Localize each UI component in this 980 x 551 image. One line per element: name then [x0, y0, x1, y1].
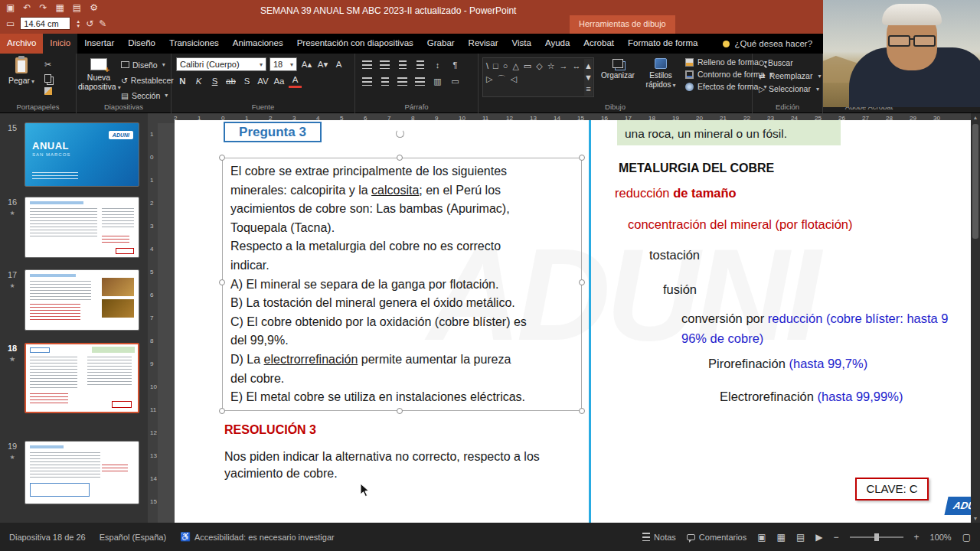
resize-handle[interactable] [579, 408, 585, 414]
shape-glyph-icon[interactable]: ▭ [524, 60, 531, 71]
slide-counter[interactable]: Diapositiva 18 de 26 [9, 533, 86, 542]
resize-handle[interactable] [219, 408, 225, 414]
zoom-slider-thumb[interactable] [874, 533, 879, 541]
ribbon-tab-inicio[interactable]: Inicio [43, 34, 77, 54]
ribbon-tab-grabar[interactable]: Grabar [420, 34, 462, 54]
ribbon-tab-ayuda[interactable]: Ayuda [538, 34, 577, 54]
fit-to-window-icon[interactable]: ▢ [962, 532, 971, 543]
shape-glyph-icon[interactable]: ◇ [536, 60, 542, 71]
strikethrough-button[interactable]: ab [224, 75, 237, 88]
font-name-select[interactable]: Calibri (Cuerpo)▾ [176, 57, 266, 71]
justify-icon[interactable] [413, 75, 427, 88]
accessibility-status[interactable]: ♿Accesibilidad: es necesario investigar [180, 532, 335, 542]
notes-button[interactable]: Notas [642, 533, 676, 542]
shape-glyph-icon[interactable]: □ [493, 60, 498, 71]
comments-button[interactable]: Comentarios [687, 533, 746, 542]
shape-icon[interactable]: ▭ [6, 18, 15, 29]
shape-glyph-icon[interactable]: \ [486, 60, 488, 71]
ribbon-tab-vista[interactable]: Vista [505, 34, 538, 54]
section-button[interactable]: ▤Sección▾ [121, 89, 174, 102]
zoom-in-icon[interactable]: + [914, 532, 920, 543]
layout-button[interactable]: Diseño▾ [121, 58, 174, 71]
settings-icon[interactable]: ⚙ [90, 2, 98, 13]
vertical-ruler[interactable]: 1012345678910111213141516 [148, 123, 158, 523]
clear-formatting-icon[interactable]: A [332, 58, 345, 71]
tell-me-box[interactable]: ¿Qué desea hacer? [723, 34, 812, 54]
quick-styles-button[interactable]: Estilos rápidos▾ [639, 57, 682, 90]
text-shadow-button[interactable]: S [240, 75, 253, 88]
shape-glyph-icon[interactable]: → [560, 60, 568, 71]
ribbon-tab-diseño[interactable]: Diseño [121, 34, 162, 54]
zoom-out-icon[interactable]: − [833, 532, 838, 543]
shape-glyph-icon[interactable]: ☆ [547, 60, 555, 71]
question-title-box[interactable]: Pregunta 3 [224, 122, 322, 142]
align-center-icon[interactable] [377, 75, 392, 88]
bold-button[interactable]: N [176, 75, 189, 88]
columns-icon[interactable]: ▥ [430, 75, 445, 88]
ribbon-tab-formato-de-forma[interactable]: Formato de forma [621, 34, 704, 54]
align-left-icon[interactable] [360, 75, 374, 88]
shape-size-input[interactable]: 14.64 cm [20, 17, 70, 30]
ribbon-tab-transiciones[interactable]: Transiciones [162, 34, 226, 54]
paste-button[interactable]: Pegar▾ [2, 56, 41, 85]
scroll-down-icon[interactable]: ▼ [971, 516, 980, 521]
character-spacing-button[interactable]: AV [256, 75, 270, 88]
format-painter-icon[interactable] [44, 87, 52, 95]
resize-handle[interactable] [397, 155, 403, 161]
resize-handle[interactable] [397, 408, 403, 414]
new-slide-button[interactable]: Nueva diapositiva▾ [78, 56, 119, 91]
shape-glyph-icon[interactable]: ↔ [573, 60, 581, 71]
smartart-icon[interactable]: ▭ [448, 75, 462, 88]
italic-button[interactable]: K [192, 75, 205, 88]
decrease-font-size-icon[interactable]: A▾ [316, 58, 329, 71]
align-right-icon[interactable] [395, 75, 410, 88]
slide-sorter-icon[interactable]: ▦ [777, 532, 786, 543]
font-color-button[interactable]: A [289, 75, 302, 88]
size-stepper[interactable]: ▲▼ [76, 19, 80, 28]
scrollbar-thumb[interactable] [972, 124, 978, 239]
underline-button[interactable]: S [208, 75, 221, 88]
numbering-icon[interactable] [377, 58, 392, 71]
resize-handle[interactable] [219, 279, 225, 285]
reset-button[interactable]: ↺Restablecer [121, 73, 174, 86]
zoom-level[interactable]: 100% [930, 533, 952, 542]
slide-editing-surface[interactable]: ADUNI Pregunta 3 El cobre se extrae prin… [175, 120, 971, 523]
resize-handle[interactable] [579, 279, 585, 285]
slide-thumbnail-17[interactable] [24, 269, 139, 331]
rotate-icon[interactable]: ↺ [86, 18, 93, 29]
shape-glyph-icon[interactable]: ○ [503, 60, 508, 71]
shape-glyph-icon[interactable]: △ [512, 60, 518, 71]
slide-thumbnail-16[interactable] [24, 197, 139, 258]
selected-text-box[interactable]: El cobre se extrae principalmente de los… [222, 158, 582, 411]
ribbon-tab-presentación-con-diapositivas[interactable]: Presentación con diapositivas [290, 34, 420, 54]
slide-thumbnail-15[interactable]: ADUNI ANUAL SAN MARCOS [24, 122, 139, 187]
decrease-indent-icon[interactable] [395, 58, 410, 71]
shape-glyph-icon[interactable]: ▷ [486, 73, 492, 84]
redo-icon[interactable]: ↷ [39, 2, 47, 13]
shape-glyph-icon[interactable]: ◁ [510, 73, 516, 84]
language-selector[interactable]: Español (España) [100, 533, 166, 542]
ribbon-tab-animaciones[interactable]: Animaciones [226, 34, 290, 54]
bullets-icon[interactable] [360, 58, 374, 71]
ribbon-tab-acrobat[interactable]: Acrobat [577, 34, 621, 54]
ribbon-tab-archivo[interactable]: Archivo [0, 34, 43, 54]
grid-icon[interactable]: ▦ [55, 2, 64, 13]
slide-thumbnail-19[interactable] [24, 441, 139, 504]
reading-view-icon[interactable]: ▤ [796, 532, 805, 543]
normal-view-icon[interactable]: ▣ [757, 532, 766, 543]
shapes-gallery[interactable]: ▲▼≡ \□○△▭◇☆→↔▷⌒◁ [482, 57, 594, 97]
ribbon-tab-insertar[interactable]: Insertar [77, 34, 121, 54]
draw-icon[interactable]: ✎ [99, 18, 106, 29]
list-icon[interactable]: ▤ [73, 2, 81, 13]
rotate-handle-icon[interactable] [396, 129, 404, 138]
ribbon-tab-revisar[interactable]: Revisar [462, 34, 505, 54]
slide-thumbnail-18-selected[interactable] [24, 343, 139, 413]
slideshow-icon[interactable]: ▶ [815, 532, 822, 543]
find-button[interactable]: Buscar [759, 58, 821, 67]
zoom-slider[interactable] [850, 536, 903, 538]
shapes-gallery-scroll[interactable]: ▲▼≡ [584, 59, 593, 96]
save-icon[interactable]: ▣ [6, 2, 15, 13]
increase-font-size-icon[interactable]: A▴ [300, 58, 313, 71]
resize-handle[interactable] [219, 155, 225, 161]
shape-glyph-icon[interactable]: ⌒ [497, 73, 505, 84]
